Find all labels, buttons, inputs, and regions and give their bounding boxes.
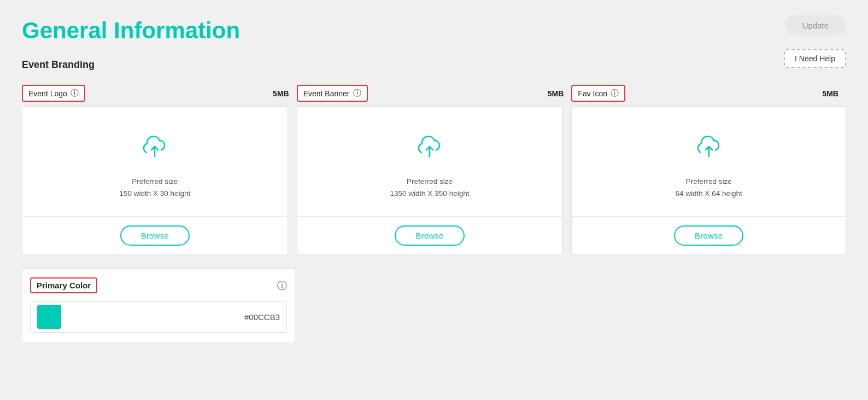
event-banner-label: Event Banner [303,89,350,98]
fav-icon-pref: Preferred size 64 width X 64 height [675,176,742,199]
upload-cloud-icon-2 [415,132,444,163]
primary-color-label: Primary Color [30,277,97,293]
fav-icon-label: Fav Icon [578,89,607,98]
upload-cloud-icon-3 [695,132,723,163]
page-title: General Information [22,18,846,44]
event-banner-pref: Preferred size 1350 width X 350 height [390,176,470,199]
fav-icon-label-box: Fav Icon ⓘ [571,85,625,102]
event-branding-title: Event Branding [22,59,846,71]
upload-cloud-icon [140,132,169,163]
event-logo-browse-button[interactable]: Browse [120,225,190,246]
event-banner-col: Event Banner ⓘ 5MB Preferred size [297,79,572,255]
fav-icon-dropzone[interactable]: Preferred size 64 width X 64 height [572,107,846,216]
event-banner-help-icon[interactable]: ⓘ [353,88,361,98]
primary-color-section: Primary Color ⓘ #00CCB3 [22,268,295,343]
color-hex-value: #00CCB3 [244,312,280,322]
fav-icon-browse-button[interactable]: Browse [674,225,743,246]
fav-icon-help-icon[interactable]: ⓘ [611,88,619,98]
event-banner-size: 5MB [548,89,564,98]
event-banner-dropzone[interactable]: Preferred size 1350 width X 350 height [297,107,562,216]
fav-icon-size: 5MB [822,89,838,98]
primary-color-help-icon[interactable]: ⓘ [277,279,287,292]
event-logo-help-icon[interactable]: ⓘ [71,88,79,98]
event-banner-browse-button[interactable]: Browse [395,225,464,246]
event-banner-label-box: Event Banner ⓘ [297,85,368,102]
event-branding-section: Event Branding Event Logo ⓘ 5MB [22,59,846,255]
color-picker-row[interactable]: #00CCB3 [30,301,287,333]
event-logo-col: Event Logo ⓘ 5MB Preferred size [22,79,297,255]
event-logo-label-box: Event Logo ⓘ [22,85,85,102]
event-logo-size: 5MB [273,89,289,98]
upload-grid: Event Logo ⓘ 5MB Preferred size [22,79,846,255]
event-logo-label: Event Logo [28,89,67,98]
color-swatch [37,305,61,329]
event-logo-pref: Preferred size 150 width X 30 height [119,176,190,199]
fav-icon-col: Fav Icon ⓘ 5MB Preferred size [571,79,846,255]
update-button[interactable]: Update [785,15,846,36]
help-button[interactable]: I Need Help [784,49,846,68]
event-logo-dropzone[interactable]: Preferred size 150 width X 30 height [22,107,288,216]
